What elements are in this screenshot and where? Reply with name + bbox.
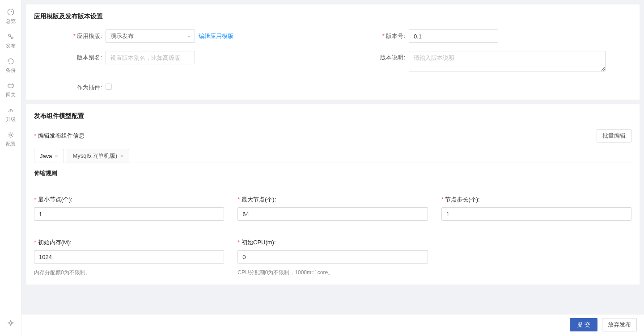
sidebar-item-label: 发布: [6, 42, 16, 49]
dashboard-icon: [7, 8, 15, 16]
component-config-panel: 发布组件模型配置 编辑发布组件信息 批量编辑 Java ✕ Mysql5.7(单…: [26, 104, 640, 285]
plugin-checkbox[interactable]: [106, 84, 112, 90]
sidebar-item-backup[interactable]: 备份: [6, 57, 16, 74]
alias-input[interactable]: [106, 51, 195, 64]
template-label: 应用模版:: [38, 29, 106, 40]
tab-label: Mysql5.7(单机版): [72, 152, 117, 160]
panel-title: 发布组件模型配置: [34, 112, 631, 120]
publish-icon: [7, 33, 15, 41]
desc-textarea[interactable]: [409, 51, 606, 71]
sidebar-item-label: 网关: [6, 92, 16, 98]
footer-actions: 提 交 放弃发布: [21, 314, 644, 335]
template-settings-panel: 应用模版及发布版本设置 应用模版: 演示发布 ▾ 编辑应用模版 版本号:: [26, 4, 640, 100]
version-input[interactable]: [409, 29, 498, 43]
batch-edit-button[interactable]: 批量编辑: [597, 129, 631, 142]
tab-java[interactable]: Java ✕: [34, 149, 64, 163]
chevron-down-icon: ▾: [188, 34, 190, 39]
mem-label: 初始内存(M):: [34, 239, 224, 247]
abandon-button[interactable]: 放弃发布: [602, 318, 637, 331]
alias-label: 版本别名:: [38, 51, 106, 62]
panel-title: 应用模版及发布版本设置: [34, 13, 631, 21]
gateway-icon: [7, 82, 15, 90]
sidebar-item-label: 升级: [6, 116, 16, 123]
cpu-label: 初始CPU(m):: [237, 239, 428, 247]
template-select[interactable]: 演示发布 ▾: [106, 29, 195, 43]
mem-hint: 内存分配额0为不限制。: [34, 269, 224, 276]
desc-label: 版本说明:: [342, 51, 409, 62]
sidebar-item-label: 备份: [6, 67, 16, 74]
edit-template-link[interactable]: 编辑应用模版: [199, 29, 233, 43]
tab-mysql[interactable]: Mysql5.7(单机版) ✕: [67, 149, 129, 163]
submit-button[interactable]: 提 交: [570, 318, 597, 331]
sidebar-item-upgrade[interactable]: 升级: [6, 106, 16, 123]
close-icon[interactable]: ✕: [120, 154, 123, 159]
min-node-input[interactable]: [34, 207, 224, 221]
backup-icon: [7, 57, 15, 65]
sidebar-item-gateway[interactable]: 网关: [6, 82, 16, 98]
max-node-input[interactable]: [237, 207, 428, 221]
version-label: 版本号:: [342, 29, 409, 40]
upgrade-icon: [7, 106, 15, 114]
step-label: 节点步长(个):: [441, 196, 631, 204]
max-node-label: 最大节点(个):: [237, 196, 428, 204]
cpu-hint: CPU分配额0为不限制，1000m=1core。: [237, 269, 428, 276]
min-node-label: 最小节点(个):: [34, 196, 224, 204]
sidebar-item-overview[interactable]: 总览: [6, 8, 16, 25]
divider: [34, 182, 631, 182]
step-input[interactable]: [441, 207, 631, 221]
tab-label: Java: [40, 153, 52, 159]
component-tabs: Java ✕ Mysql5.7(单机版) ✕: [34, 149, 631, 163]
mem-input[interactable]: [34, 250, 224, 264]
sidebar: 总览 发布 备份 网关 升级 配置: [0, 0, 21, 335]
sidebar-item-publish[interactable]: 发布: [6, 33, 16, 49]
svg-rect-3: [8, 84, 13, 87]
svg-point-4: [9, 134, 12, 136]
gear-icon: [7, 131, 15, 139]
main-content: 应用模版及发布版本设置 应用模版: 演示发布 ▾ 编辑应用模版 版本号:: [21, 0, 644, 335]
close-icon[interactable]: ✕: [55, 154, 58, 159]
sidebar-item-config[interactable]: 配置: [6, 131, 16, 147]
cpu-input[interactable]: [237, 250, 428, 264]
template-select-value: 演示发布: [110, 32, 134, 40]
sidebar-item-label: 配置: [6, 141, 16, 147]
plugin-label: 作为插件:: [38, 81, 106, 92]
pin-icon: [7, 319, 15, 327]
sidebar-item-label: 总览: [6, 18, 16, 25]
edit-components-title: 编辑发布组件信息: [34, 132, 85, 140]
sidebar-item-pin[interactable]: [7, 319, 15, 327]
scaling-rules-title: 伸缩规则: [34, 169, 631, 177]
